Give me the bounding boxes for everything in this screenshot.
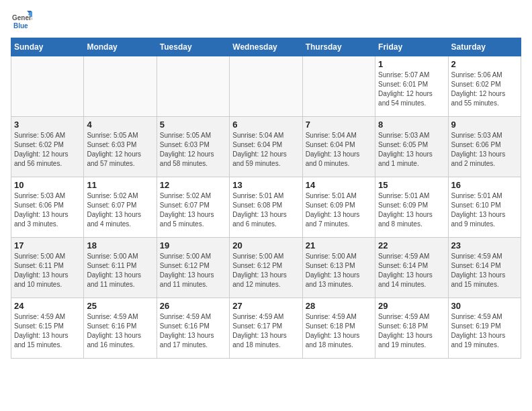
day-info: Sunrise: 4:59 AMSunset: 6:15 PMDaylight:… [14, 312, 81, 350]
day-info: Sunrise: 5:04 AMSunset: 6:04 PMDaylight:… [306, 131, 372, 169]
day-number: 2 [451, 59, 518, 69]
day-number: 26 [160, 301, 226, 311]
day-number: 17 [14, 240, 81, 250]
calendar-cell: 15Sunrise: 5:01 AMSunset: 6:09 PMDayligh… [375, 177, 448, 238]
day-info: Sunrise: 4:59 AMSunset: 6:18 PMDaylight:… [306, 312, 372, 350]
calendar-cell: 5Sunrise: 5:05 AMSunset: 6:03 PMDaylight… [157, 117, 229, 177]
calendar-table: SundayMondayTuesdayWednesdayThursdayFrid… [11, 38, 521, 359]
day-number: 19 [160, 240, 226, 250]
day-number: 20 [232, 240, 299, 250]
day-number: 3 [14, 120, 81, 130]
day-number: 11 [87, 180, 153, 190]
day-number: 24 [14, 301, 81, 311]
day-number: 15 [378, 180, 445, 190]
calendar-cell: 13Sunrise: 5:01 AMSunset: 6:08 PMDayligh… [230, 177, 302, 238]
calendar-header-row: SundayMondayTuesdayWednesdayThursdayFrid… [11, 38, 521, 56]
header-cell-sunday: Sunday [11, 38, 84, 56]
calendar-cell: 23Sunrise: 4:59 AMSunset: 6:14 PMDayligh… [448, 238, 521, 298]
logo-svg: General Blue [11, 11, 32, 32]
calendar-cell: 18Sunrise: 5:00 AMSunset: 6:11 PMDayligh… [84, 238, 157, 298]
day-info: Sunrise: 5:05 AMSunset: 6:03 PMDaylight:… [160, 131, 226, 169]
day-number: 30 [451, 301, 518, 311]
calendar-cell: 30Sunrise: 4:59 AMSunset: 6:19 PMDayligh… [448, 298, 521, 359]
day-number: 1 [378, 59, 445, 69]
header-cell-tuesday: Tuesday [157, 38, 229, 56]
day-number: 16 [451, 180, 518, 190]
day-info: Sunrise: 5:07 AMSunset: 6:01 PMDaylight:… [378, 71, 445, 108]
day-number: 7 [306, 120, 372, 130]
calendar-cell: 21Sunrise: 5:00 AMSunset: 6:13 PMDayligh… [302, 238, 375, 298]
day-info: Sunrise: 4:59 AMSunset: 6:16 PMDaylight:… [87, 312, 153, 350]
calendar-cell [11, 56, 84, 117]
calendar-cell [157, 56, 229, 117]
day-info: Sunrise: 5:00 AMSunset: 6:11 PMDaylight:… [14, 252, 81, 289]
header: General Blue [11, 11, 521, 32]
calendar-cell: 2Sunrise: 5:06 AMSunset: 6:02 PMDaylight… [448, 56, 521, 117]
calendar-week-row: 10Sunrise: 5:03 AMSunset: 6:06 PMDayligh… [11, 177, 521, 238]
calendar-cell: 3Sunrise: 5:06 AMSunset: 6:02 PMDaylight… [11, 117, 84, 177]
day-info: Sunrise: 4:59 AMSunset: 6:14 PMDaylight:… [378, 252, 445, 289]
calendar-cell: 7Sunrise: 5:04 AMSunset: 6:04 PMDaylight… [302, 117, 375, 177]
day-number: 12 [160, 180, 226, 190]
day-info: Sunrise: 5:04 AMSunset: 6:04 PMDaylight:… [232, 131, 299, 169]
header-cell-thursday: Thursday [302, 38, 375, 56]
calendar-week-row: 3Sunrise: 5:06 AMSunset: 6:02 PMDaylight… [11, 117, 521, 177]
day-info: Sunrise: 5:03 AMSunset: 6:06 PMDaylight:… [14, 191, 81, 229]
day-info: Sunrise: 5:01 AMSunset: 6:08 PMDaylight:… [232, 191, 299, 229]
day-info: Sunrise: 5:03 AMSunset: 6:05 PMDaylight:… [378, 131, 445, 169]
day-number: 23 [451, 240, 518, 250]
day-number: 5 [160, 120, 226, 130]
day-info: Sunrise: 5:03 AMSunset: 6:06 PMDaylight:… [451, 131, 518, 169]
calendar-cell: 9Sunrise: 5:03 AMSunset: 6:06 PMDaylight… [448, 117, 521, 177]
calendar-cell: 20Sunrise: 5:00 AMSunset: 6:12 PMDayligh… [230, 238, 302, 298]
day-info: Sunrise: 5:00 AMSunset: 6:13 PMDaylight:… [306, 252, 372, 289]
logo: General Blue [11, 11, 32, 32]
day-number: 8 [378, 120, 445, 130]
calendar-cell: 25Sunrise: 4:59 AMSunset: 6:16 PMDayligh… [84, 298, 157, 359]
day-number: 25 [87, 301, 153, 311]
day-info: Sunrise: 4:59 AMSunset: 6:14 PMDaylight:… [451, 252, 518, 289]
day-number: 29 [378, 301, 445, 311]
calendar-week-row: 17Sunrise: 5:00 AMSunset: 6:11 PMDayligh… [11, 238, 521, 298]
day-number: 28 [306, 301, 372, 311]
day-info: Sunrise: 5:02 AMSunset: 6:07 PMDaylight:… [160, 191, 226, 229]
day-info: Sunrise: 4:59 AMSunset: 6:16 PMDaylight:… [160, 312, 226, 350]
day-info: Sunrise: 4:59 AMSunset: 6:19 PMDaylight:… [451, 312, 518, 350]
calendar-cell: 19Sunrise: 5:00 AMSunset: 6:12 PMDayligh… [157, 238, 229, 298]
calendar-cell: 10Sunrise: 5:03 AMSunset: 6:06 PMDayligh… [11, 177, 84, 238]
calendar-cell: 12Sunrise: 5:02 AMSunset: 6:07 PMDayligh… [157, 177, 229, 238]
header-cell-monday: Monday [84, 38, 157, 56]
calendar-cell: 1Sunrise: 5:07 AMSunset: 6:01 PMDaylight… [375, 56, 448, 117]
header-cell-saturday: Saturday [448, 38, 521, 56]
day-info: Sunrise: 5:01 AMSunset: 6:09 PMDaylight:… [306, 191, 372, 229]
header-cell-friday: Friday [375, 38, 448, 56]
calendar-cell: 24Sunrise: 4:59 AMSunset: 6:15 PMDayligh… [11, 298, 84, 359]
calendar-cell: 26Sunrise: 4:59 AMSunset: 6:16 PMDayligh… [157, 298, 229, 359]
day-info: Sunrise: 5:01 AMSunset: 6:10 PMDaylight:… [451, 191, 518, 229]
calendar-cell: 11Sunrise: 5:02 AMSunset: 6:07 PMDayligh… [84, 177, 157, 238]
calendar-week-row: 24Sunrise: 4:59 AMSunset: 6:15 PMDayligh… [11, 298, 521, 359]
day-info: Sunrise: 5:02 AMSunset: 6:07 PMDaylight:… [87, 191, 153, 229]
day-number: 13 [232, 180, 299, 190]
calendar-cell [230, 56, 302, 117]
calendar-cell [84, 56, 157, 117]
calendar-cell: 4Sunrise: 5:05 AMSunset: 6:03 PMDaylight… [84, 117, 157, 177]
day-info: Sunrise: 5:05 AMSunset: 6:03 PMDaylight:… [87, 131, 153, 169]
calendar-cell: 8Sunrise: 5:03 AMSunset: 6:05 PMDaylight… [375, 117, 448, 177]
day-number: 4 [87, 120, 153, 130]
day-info: Sunrise: 5:01 AMSunset: 6:09 PMDaylight:… [378, 191, 445, 229]
day-info: Sunrise: 4:59 AMSunset: 6:18 PMDaylight:… [378, 312, 445, 350]
svg-text:Blue: Blue [13, 22, 28, 30]
day-number: 14 [306, 180, 372, 190]
day-number: 10 [14, 180, 81, 190]
calendar-cell: 14Sunrise: 5:01 AMSunset: 6:09 PMDayligh… [302, 177, 375, 238]
day-info: Sunrise: 5:00 AMSunset: 6:12 PMDaylight:… [160, 252, 226, 289]
calendar-cell: 29Sunrise: 4:59 AMSunset: 6:18 PMDayligh… [375, 298, 448, 359]
day-info: Sunrise: 5:00 AMSunset: 6:12 PMDaylight:… [232, 252, 299, 289]
calendar-cell: 22Sunrise: 4:59 AMSunset: 6:14 PMDayligh… [375, 238, 448, 298]
calendar-cell: 17Sunrise: 5:00 AMSunset: 6:11 PMDayligh… [11, 238, 84, 298]
calendar-cell: 16Sunrise: 5:01 AMSunset: 6:10 PMDayligh… [448, 177, 521, 238]
header-cell-wednesday: Wednesday [230, 38, 302, 56]
calendar-week-row: 1Sunrise: 5:07 AMSunset: 6:01 PMDaylight… [11, 56, 521, 117]
day-number: 9 [451, 120, 518, 130]
